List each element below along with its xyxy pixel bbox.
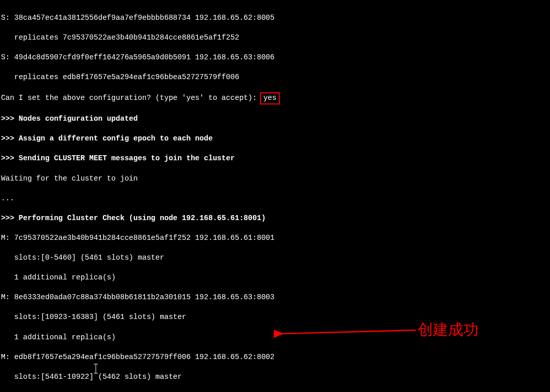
output-line: ... — [1, 194, 549, 204]
output-line: S: 49d4c8d5907cfd9f0eff164276a5965a9d0b5… — [1, 53, 549, 63]
highlight-yes-box: yes — [260, 92, 279, 104]
output-line: S: 38ca457ec41a3812556def9aa7ef9ebbbb688… — [1, 13, 549, 23]
output-line: M: edb8f17657e5a294eaf1c96bbea52727579ff… — [1, 352, 549, 363]
output-line: slots:[0-5460] (5461 slots) master — [1, 253, 549, 263]
text-cursor-icon — [93, 363, 99, 374]
output-line: 1 additional replica(s) — [1, 273, 549, 283]
output-line: slots:[5461-10922] (5462 slots) master — [1, 372, 549, 382]
output-line: replicates 7c95370522ae3b40b941b284cce88… — [1, 33, 549, 43]
output-line: M: 8e6333ed0ada07c88a374bb08b61811b2a301… — [1, 293, 549, 303]
output-line: >>> Sending CLUSTER MEET messages to joi… — [1, 154, 549, 164]
output-line: Waiting for the cluster to join — [1, 174, 549, 184]
output-line: >>> Nodes configuration updated — [1, 114, 549, 124]
output-line: M: 7c95370522ae3b40b941b284cce8861e5af1f… — [1, 233, 549, 243]
output-line: >>> Assign a different config epoch to e… — [1, 134, 549, 144]
output-line: replicates edb8f17657e5a294eaf1c96bbea52… — [1, 73, 549, 83]
output-line: Can I set the above configuration? (type… — [1, 92, 549, 104]
annotation-text: 创建成功 — [418, 319, 479, 340]
output-line: >>> Performing Cluster Check (using node… — [1, 213, 549, 224]
